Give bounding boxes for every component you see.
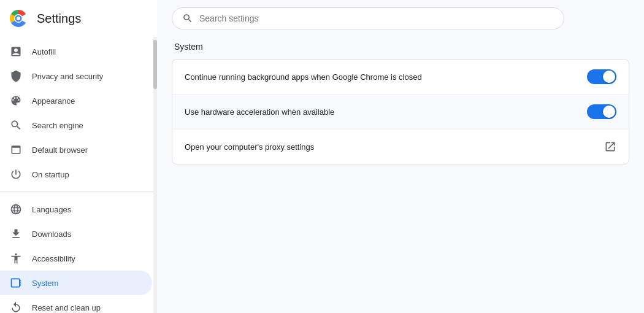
- chrome-logo-icon: [7, 7, 29, 29]
- sidebar-header: Settings: [0, 0, 157, 37]
- sidebar-item-default-browser-label: Default browser: [32, 145, 88, 155]
- sidebar-item-autofill-label: Autofill: [32, 47, 56, 56]
- toggle-hardware-acceleration[interactable]: [587, 104, 616, 119]
- settings-card: Continue running background apps when Go…: [172, 59, 629, 164]
- autofill-icon: [10, 45, 22, 58]
- sidebar-scrollbar-thumb[interactable]: [153, 40, 157, 89]
- sidebar-scrollbar-track[interactable]: [153, 37, 157, 313]
- sidebar-item-autofill[interactable]: Autofill: [0, 39, 152, 64]
- setting-row-hardware-acceleration: Use hardware acceleration when available: [172, 95, 629, 129]
- sidebar-item-accessibility[interactable]: Accessibility: [0, 246, 152, 271]
- sidebar-item-accessibility-label: Accessibility: [32, 254, 75, 263]
- setting-text-hardware-acceleration: Use hardware acceleration when available: [185, 107, 587, 117]
- sidebar-item-appearance-label: Appearance: [32, 96, 75, 106]
- search-bar: [172, 7, 564, 29]
- sidebar-nav: Autofill Privacy and security Appearance: [0, 37, 157, 313]
- sidebar-item-appearance[interactable]: Appearance: [0, 88, 152, 113]
- on-startup-icon: [10, 168, 22, 180]
- appearance-icon: [10, 95, 22, 107]
- languages-icon: [10, 203, 22, 215]
- sidebar-item-search-engine-label: Search engine: [32, 121, 83, 130]
- toggle-track-background-apps[interactable]: [587, 69, 616, 84]
- sidebar-item-search-engine[interactable]: Search engine: [0, 113, 152, 137]
- setting-text-background-apps: Continue running background apps when Go…: [185, 72, 587, 82]
- setting-text-proxy-settings: Open your computer's proxy settings: [185, 142, 604, 152]
- downloads-icon: [10, 228, 22, 240]
- search-engine-icon: [10, 119, 22, 131]
- content-area: System Continue running background apps …: [157, 37, 644, 313]
- app-title: Settings: [37, 12, 81, 26]
- sidebar-item-reset[interactable]: Reset and clean up: [0, 295, 152, 313]
- sidebar-item-languages-label: Languages: [32, 205, 71, 214]
- toggle-track-hardware-acceleration[interactable]: [587, 104, 616, 119]
- search-input[interactable]: [199, 14, 554, 23]
- privacy-icon: [10, 70, 22, 82]
- search-icon: [182, 13, 193, 24]
- sidebar-item-languages[interactable]: Languages: [0, 197, 152, 222]
- toggle-thumb-background-apps: [603, 71, 615, 83]
- sidebar-item-system[interactable]: System: [0, 271, 152, 295]
- setting-row-background-apps: Continue running background apps when Go…: [172, 60, 629, 95]
- sidebar-item-downloads[interactable]: Downloads: [0, 222, 152, 246]
- toggle-background-apps[interactable]: [587, 69, 616, 84]
- sidebar-item-privacy[interactable]: Privacy and security: [0, 64, 152, 88]
- sidebar-item-on-startup[interactable]: On startup: [0, 162, 152, 187]
- setting-row-proxy-settings: Open your computer's proxy settings: [172, 129, 629, 164]
- proxy-settings-external-link-icon[interactable]: [604, 141, 616, 153]
- toggle-thumb-hardware-acceleration: [603, 106, 615, 118]
- main-content: System Continue running background apps …: [157, 0, 644, 313]
- sidebar-item-reset-label: Reset and clean up: [32, 303, 101, 312]
- reset-icon: [10, 301, 22, 313]
- sidebar-item-on-startup-label: On startup: [32, 170, 69, 179]
- sidebar-item-downloads-label: Downloads: [32, 230, 71, 239]
- sidebar-item-default-browser[interactable]: Default browser: [0, 137, 152, 162]
- accessibility-icon: [10, 252, 22, 265]
- system-icon: [10, 277, 22, 289]
- sidebar: Settings Autofill Privacy and security: [0, 0, 157, 313]
- search-bar-container: [157, 0, 644, 37]
- sidebar-item-system-label: System: [32, 279, 58, 288]
- section-title: System: [172, 42, 629, 52]
- default-browser-icon: [10, 144, 22, 156]
- sidebar-item-privacy-label: Privacy and security: [32, 72, 103, 81]
- svg-point-3: [17, 17, 20, 20]
- nav-divider-1: [0, 191, 157, 192]
